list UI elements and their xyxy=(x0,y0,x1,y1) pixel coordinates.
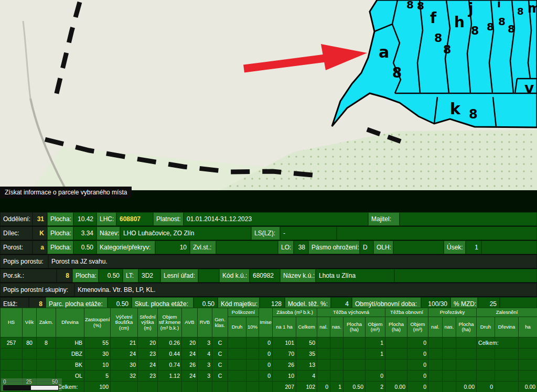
table-cell xyxy=(443,382,456,392)
table-cell xyxy=(198,382,212,392)
table-cell: 0 xyxy=(259,349,273,360)
table-cell xyxy=(456,360,477,371)
table-cell xyxy=(428,337,443,349)
table-cell xyxy=(495,382,519,392)
pasmo-value: D xyxy=(360,241,373,254)
col-avb: AVB xyxy=(182,308,198,337)
table-cell: 24 xyxy=(111,349,138,360)
plocha4-label: Plocha: xyxy=(72,269,99,282)
table-cell: 257 xyxy=(1,337,23,349)
table-cell: 101 xyxy=(273,337,296,349)
porost-row-spacer xyxy=(481,241,537,254)
nazev-value: LHO Luhačovice, ZO Zlín xyxy=(120,226,251,240)
table-cell: 13 xyxy=(296,360,317,371)
map-label: 8 xyxy=(487,20,494,33)
nazev-ku-label: Název k.ú.: xyxy=(280,269,316,282)
map-label: 8 xyxy=(392,65,402,81)
table-cell xyxy=(519,371,537,382)
porost-value: a xyxy=(33,241,47,254)
plocha3-label: Plocha: xyxy=(47,241,73,254)
table-cell: 10 xyxy=(273,371,296,382)
usek-value: 1 xyxy=(466,241,481,254)
scalebar-25: 25 xyxy=(26,379,32,385)
map-label: 8 xyxy=(406,0,414,11)
table-cell: 0 xyxy=(259,371,273,382)
table-cell xyxy=(343,337,366,349)
map-scalebar: 0 25 50 xyxy=(1,378,62,391)
table-cell: 30 xyxy=(84,349,111,360)
table-cell xyxy=(317,349,330,360)
table-cell xyxy=(246,382,259,392)
table-cell: DBZ xyxy=(56,349,84,360)
table-row: 257808HB5521200.26203C01015010Celkem: xyxy=(1,337,537,349)
col-celkem: Celkem xyxy=(296,317,317,337)
scalebar-0: 0 xyxy=(3,379,6,385)
table-cell xyxy=(443,349,456,360)
table-cell: 3 xyxy=(198,371,212,382)
table-cell xyxy=(456,371,477,382)
oddeleni-label: Oddělení: xyxy=(0,212,33,226)
table-cell: 0 xyxy=(259,360,273,371)
table-cell xyxy=(228,382,246,392)
forest-map[interactable]: a888f88hj8888i8mk8v xyxy=(0,0,537,190)
stand-table: HS Věk Zakm. Dřevina Zastoupení (%) Výče… xyxy=(0,308,537,392)
olh-value xyxy=(393,241,444,254)
table-cell xyxy=(343,371,366,382)
table-cell: 2 xyxy=(366,382,385,392)
table-cell xyxy=(246,360,259,371)
map-label: 8 xyxy=(417,0,424,12)
map-label: m xyxy=(528,1,537,16)
table-cell xyxy=(385,349,407,360)
lslz-label: LS(LZ): xyxy=(251,226,280,240)
lt-value: 3D2 xyxy=(138,269,160,282)
table-cell xyxy=(343,360,366,371)
group-tezba-obnovni: Těžba obnovní xyxy=(385,308,428,317)
col-posk-druh: Druh xyxy=(228,317,246,337)
table-cell xyxy=(343,349,366,360)
table-cell: 1 xyxy=(366,337,385,349)
table-cell xyxy=(385,371,407,382)
lhc-label: LHC: xyxy=(96,212,116,226)
table-cell: 0 xyxy=(407,382,428,392)
table-cell: 0 xyxy=(259,337,273,349)
table-cell: 102 xyxy=(296,382,317,392)
majitel-value-2 xyxy=(337,226,537,240)
lesni-urad-label: Lesní úřad: xyxy=(160,269,198,282)
info-row-porsk: Por.sk.: 8 Plocha: 0.50 LT: 3D2 Lesní úř… xyxy=(0,269,537,283)
table-totals-row: Celkem:100207102010.5020.0000.0000.00 xyxy=(1,382,537,392)
table-cell xyxy=(385,360,407,371)
table-cell xyxy=(428,382,443,392)
table-cell xyxy=(317,371,330,382)
lt-label: LT: xyxy=(123,269,138,282)
scalebar-numbers: 0 25 50 xyxy=(3,379,58,385)
plocha4-value: 0.50 xyxy=(99,269,123,282)
plocha2-label: Plocha: xyxy=(47,226,73,240)
table-cell: 55 xyxy=(84,337,111,349)
table-cell: HB xyxy=(56,337,84,349)
stand-table-wrap: HS Věk Zakm. Dřevina Zastoupení (%) Výče… xyxy=(0,308,537,392)
table-cell xyxy=(228,371,246,382)
info-row-popis-porostu: Popis porostu: Porost na JZ svahu. xyxy=(0,255,537,269)
kategorie-label: Kategorie/překryv: xyxy=(96,241,155,254)
table-cell xyxy=(428,371,443,382)
col-pr-nal: nal. xyxy=(428,317,443,337)
table-cell: 0.74 xyxy=(158,360,182,371)
oddeleni-value: 31 xyxy=(33,212,47,226)
info-row-popis-skupiny: Popis porostní skupiny: Kmenovina. Vtr. … xyxy=(0,283,537,297)
map-label: 8 xyxy=(471,24,479,37)
table-cell xyxy=(330,371,343,382)
nazev-label: Název: xyxy=(96,226,120,240)
col-tv-plocha: Plocha (ha) xyxy=(343,317,366,337)
col-zakm: Zakm. xyxy=(37,308,56,337)
col-to-objem: Objem (m³) xyxy=(407,317,428,337)
table-cell: C xyxy=(212,360,228,371)
table-cell xyxy=(246,337,259,349)
zvlst-value xyxy=(216,241,278,254)
table-cell: C xyxy=(212,337,228,349)
map-label: 8 xyxy=(443,43,451,56)
col-gen: Gen. klas. xyxy=(212,308,228,337)
platnost-value: 01.01.2014-31.12.2023 xyxy=(184,212,368,226)
col-vycetni: Výčetní tloušťka (cm) xyxy=(111,308,138,337)
stand-info-rows: Oddělení: 31 Plocha: 10.42 LHC: 608807 P… xyxy=(0,212,537,311)
table-cell: 0.26 xyxy=(158,337,182,349)
